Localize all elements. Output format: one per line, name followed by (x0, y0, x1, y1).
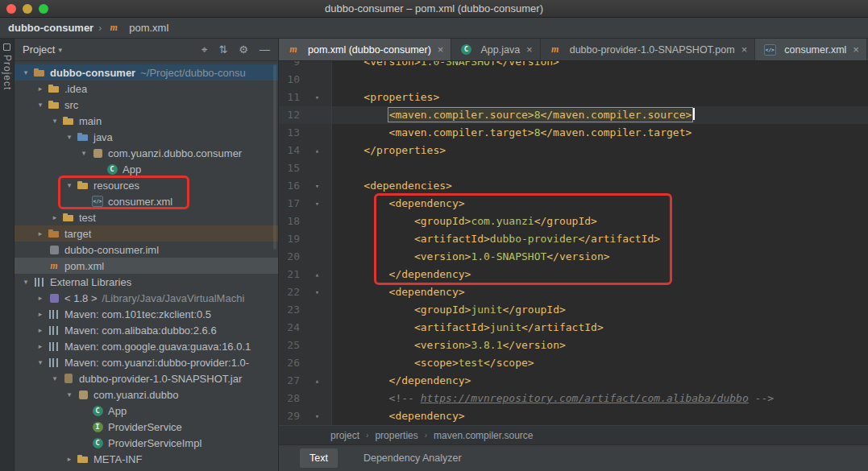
tree-item-java[interactable]: ▾java (15, 129, 278, 145)
tree-item-maven-com-101tec-zkclient-0-5[interactable]: ▸Maven: com.101tec:zkclient:0.5 (15, 306, 278, 322)
code-line-15[interactable]: 15 (279, 159, 868, 177)
tree-chevron-icon[interactable]: ▾ (19, 278, 32, 286)
tree-item-resources[interactable]: ▾resources (15, 177, 278, 193)
tree-item-app[interactable]: CApp (15, 161, 278, 177)
tree-item-maven-com-alibaba-dubbo-2-6-6[interactable]: ▸Maven: com.alibaba:dubbo:2.6.6 (15, 322, 278, 338)
editor-tab-consumer-xml[interactable]: </>consumer.xml× (755, 39, 867, 60)
tree-item-1-8[interactable]: ▸< 1.8 >/Library/Java/JavaVirtualMachi (15, 290, 278, 306)
tree-item-providerserviceimpl[interactable]: CProviderServiceImpl (15, 435, 278, 451)
code-line-23[interactable]: 23 <groupId>junit</groupId> (279, 301, 868, 319)
project-tree: ▾dubbo-consumer~/Project/dubbo-consu▸.id… (15, 61, 278, 471)
code-line-10[interactable]: 10 (279, 71, 868, 89)
breadcrumb-item-project[interactable]: project (330, 430, 359, 441)
bottom-tab-dependency-analyzer[interactable]: Dependency Analyzer (354, 448, 471, 468)
tree-scrollbar[interactable] (273, 64, 276, 250)
code-line-26[interactable]: 26 <scope>test</scope> (279, 354, 868, 372)
tree-chevron-icon[interactable]: ▸ (48, 213, 61, 221)
tree-item-providerservice[interactable]: IProviderService (15, 419, 278, 435)
tree-item-idea[interactable]: ▸.idea (15, 81, 278, 97)
tree-item-src[interactable]: ▾src (15, 97, 278, 113)
tree-chevron-icon[interactable]: ▸ (34, 229, 47, 238)
tree-item-dubbo-consumer[interactable]: ▾dubbo-consumer~/Project/dubbo-consu (15, 64, 278, 81)
tab-close-icon[interactable]: × (741, 43, 748, 56)
breadcrumb-item-maven-compiler-source[interactable]: maven.compiler.source (434, 430, 533, 441)
breadcrumb-file[interactable]: pom.xml (129, 22, 168, 34)
code-line-17[interactable]: 17▾ <dependency> (279, 195, 868, 213)
fold-marker-icon[interactable]: ▾ (303, 283, 332, 301)
code-line-11[interactable]: 11▾ <properties> (279, 89, 868, 106)
tree-chevron-icon[interactable]: ▾ (48, 374, 61, 382)
breadcrumb-project[interactable]: dubbo-consumer (8, 22, 93, 34)
tree-item-maven-com-yuanzi-dubbo-provider-1-0[interactable]: ▾Maven: com.yuanzi:dubbo-provider:1.0- (15, 354, 278, 370)
code-line-18[interactable]: 18 <groupId>com.yuanzi</groupId> (279, 213, 868, 230)
tree-item-com-yuanzi-dubbo-consumer[interactable]: ▾com.yuanzi.dubbo.consumer (15, 145, 278, 161)
tab-close-icon[interactable]: × (526, 43, 533, 56)
fold-marker-icon[interactable]: ▾ (303, 89, 332, 106)
code-line-9[interactable]: 9 <version>1.0-SNAPSHOT</version> (279, 61, 868, 71)
tab-label: consumer.xml (784, 44, 846, 56)
code-line-19[interactable]: 19 <artifactId>dubbo-provider</artifactI… (279, 230, 868, 248)
project-stripe-button[interactable]: Project (2, 55, 13, 90)
code-line-22[interactable]: 22▾ <dependency> (279, 283, 868, 301)
code-line-25[interactable]: 25 <version>3.8.1</version> (279, 337, 868, 354)
tree-chevron-icon[interactable]: ▾ (77, 149, 90, 157)
tree-item-app[interactable]: CApp (15, 403, 278, 419)
editor-tab-app-java[interactable]: CApp.java× (451, 39, 540, 60)
tab-close-icon[interactable]: × (853, 43, 859, 56)
tree-chevron-icon[interactable]: ▾ (34, 101, 47, 109)
chevron-down-icon[interactable]: ▾ (58, 46, 62, 54)
tree-item-target[interactable]: ▸target (15, 225, 278, 242)
code-line-28[interactable]: 28 <!-- https://mvnrepository.com/artifa… (279, 390, 868, 407)
fold-marker-icon[interactable]: ▾ (303, 177, 332, 195)
tree-chevron-icon[interactable]: ▾ (63, 181, 76, 189)
code-text: <version>1.0-SNAPSHOT</version> (332, 248, 868, 266)
folder-res-icon (76, 179, 90, 192)
tree-chevron-icon[interactable]: ▸ (34, 310, 47, 318)
tree-item-external-libraries[interactable]: ▾External Libraries (15, 274, 278, 290)
tree-item-dubbo-provider-1-0-snapshot-jar[interactable]: ▾dubbo-provider-1.0-SNAPSHOT.jar (15, 370, 278, 386)
fold-marker-icon[interactable]: ▴ (303, 266, 332, 283)
editor-tab-pom-xml-dubbo-consumer[interactable]: mpom.xml (dubbo-consumer)× (279, 39, 451, 60)
fold-marker-icon[interactable]: ▴ (303, 142, 332, 159)
breadcrumb-item-properties[interactable]: properties (375, 430, 417, 441)
code-line-29[interactable]: 29▾ <dependency> (279, 407, 868, 425)
tree-chevron-icon[interactable]: ▾ (63, 133, 76, 141)
tree-item-maven-com-google-guava-guava-16-0-1[interactable]: ▸Maven: com.google.guava:guava:16.0.1 (15, 338, 278, 354)
code-line-13[interactable]: 13 <maven.compiler.target>8</maven.compi… (279, 124, 868, 142)
code-line-16[interactable]: 16▾ <dependencies> (279, 177, 868, 195)
collapse-all-icon[interactable]: ⇅ (218, 43, 227, 56)
code-line-14[interactable]: 14▴ </properties> (279, 142, 868, 159)
code-editor[interactable]: 9 <version>1.0-SNAPSHOT</version>1011▾ <… (279, 61, 868, 425)
editor-tab-dubbo-provider-1-0-snapshot-pom[interactable]: mdubbo-provider-1.0-SNAPSHOT.pom× (541, 39, 756, 60)
locate-icon[interactable]: ⌖ (201, 43, 207, 56)
tree-chevron-icon[interactable]: ▸ (34, 326, 47, 334)
code-line-24[interactable]: 24 <artifactId>junit</artifactId> (279, 319, 868, 337)
tree-item-meta-inf[interactable]: ▸META-INF (15, 451, 278, 467)
tree-chevron-icon[interactable]: ▾ (34, 358, 47, 366)
settings-gear-icon[interactable]: ⚙ (239, 43, 248, 56)
code-line-20[interactable]: 20 <version>1.0-SNAPSHOT</version> (279, 248, 868, 266)
tree-item-pom-xml[interactable]: mpom.xml (15, 258, 278, 274)
tab-close-icon[interactable]: × (438, 43, 444, 56)
fold-marker-icon[interactable]: ▾ (303, 195, 332, 213)
tree-chevron-icon[interactable]: ▸ (34, 342, 47, 350)
code-line-27[interactable]: 27▴ </dependency> (279, 372, 868, 390)
tree-item-main[interactable]: ▾main (15, 113, 278, 129)
tree-chevron-icon[interactable]: ▾ (48, 117, 61, 125)
fold-marker-icon[interactable]: ▴ (303, 372, 332, 390)
tree-chevron-icon[interactable]: ▾ (19, 68, 32, 76)
tree-item-com-yuanzi-dubbo[interactable]: ▾com.yuanzi.dubbo (15, 386, 278, 403)
hide-panel-icon[interactable]: — (260, 43, 270, 56)
bottom-tab-text[interactable]: Text (300, 448, 338, 468)
tree-chevron-icon[interactable]: ▸ (34, 85, 47, 93)
tree-item-test[interactable]: ▸test (15, 209, 278, 225)
tree-item-dubbo-consumer-iml[interactable]: dubbo-consumer.iml (15, 242, 278, 258)
tree-chevron-icon[interactable]: ▸ (63, 455, 76, 463)
code-line-12[interactable]: 12 <maven.compiler.source>8</maven.compi… (279, 106, 868, 124)
tree-chevron-icon[interactable]: ▸ (34, 294, 47, 302)
project-view-selector[interactable]: Project (23, 43, 55, 56)
code-line-21[interactable]: 21▴ </dependency> (279, 266, 868, 283)
tree-chevron-icon[interactable]: ▾ (63, 390, 76, 399)
fold-marker-icon[interactable]: ▾ (303, 407, 332, 425)
tree-item-consumer-xml[interactable]: </>consumer.xml (15, 193, 278, 209)
